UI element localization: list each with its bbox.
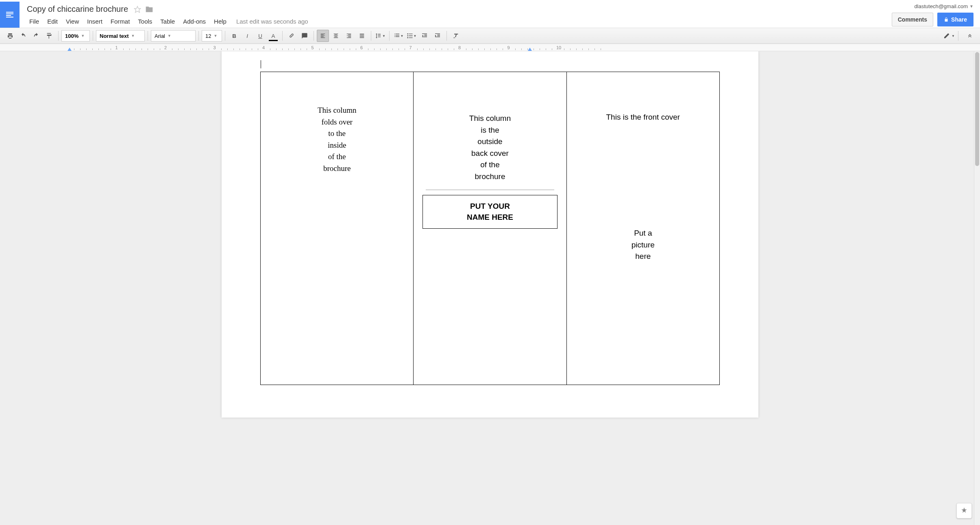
user-email-text: dlastutech@gmail.com <box>914 3 968 9</box>
ruler-number: 3 <box>213 45 216 50</box>
ruler-number: 7 <box>409 45 412 50</box>
page[interactable]: This column folds over to the inside of … <box>222 51 758 418</box>
star-icon[interactable] <box>134 6 141 13</box>
share-label: Share <box>951 16 967 23</box>
separator <box>446 31 447 41</box>
ruler-number: 6 <box>360 45 363 50</box>
styles-select[interactable]: Normal text▼ <box>96 30 145 42</box>
collapse-toolbar-button[interactable] <box>964 30 976 42</box>
separator <box>314 31 314 41</box>
decrease-indent-button[interactable] <box>418 30 431 42</box>
ruler-number: 9 <box>507 45 510 50</box>
name-box[interactable]: PUT YOUR NAME HERE <box>422 195 557 229</box>
col3-picture-placeholder[interactable]: Put a picture here <box>575 228 711 262</box>
undo-button[interactable] <box>17 30 29 42</box>
docs-home-icon[interactable] <box>0 2 20 28</box>
insert-comment-button[interactable] <box>298 30 311 42</box>
text-cursor <box>261 60 261 68</box>
separator <box>282 31 283 41</box>
document-canvas[interactable]: This column folds over to the inside of … <box>0 51 980 525</box>
menu-addons[interactable]: Add-ons <box>179 15 210 27</box>
svg-point-1 <box>407 33 408 35</box>
col1-text[interactable]: This column folds over to the inside of … <box>269 105 405 174</box>
menu-help[interactable]: Help <box>210 15 231 27</box>
print-button[interactable] <box>4 30 16 42</box>
last-edit-text[interactable]: Last edit was seconds ago <box>236 18 308 25</box>
clear-formatting-button[interactable] <box>450 30 462 42</box>
separator <box>58 31 59 41</box>
share-button[interactable]: Share <box>937 13 973 26</box>
brochure-col-3[interactable]: This is the front cover Put a picture he… <box>567 72 719 385</box>
ruler-number: 2 <box>164 45 167 50</box>
editing-mode-button[interactable]: ▼ <box>943 30 955 42</box>
divider <box>426 190 554 190</box>
bold-button[interactable]: B <box>228 30 240 42</box>
toolbar: 100%▼ Normal text▼ Arial▼ 12▼ B I U A ▼ … <box>0 28 980 44</box>
align-right-button[interactable] <box>343 30 355 42</box>
font-select[interactable]: Arial▼ <box>151 30 196 42</box>
col2-text[interactable]: This column is the outside back cover of… <box>422 113 558 182</box>
explore-button[interactable] <box>956 503 972 518</box>
ruler[interactable]: 12345678910 <box>0 44 980 51</box>
menu-view[interactable]: View <box>62 15 83 27</box>
menu-edit[interactable]: Edit <box>43 15 62 27</box>
folder-icon[interactable] <box>145 5 153 13</box>
col3-title[interactable]: This is the front cover <box>575 113 711 122</box>
separator <box>389 31 390 41</box>
separator <box>198 31 199 41</box>
user-account[interactable]: dlastutech@gmail.com ▼ <box>914 3 973 9</box>
svg-point-3 <box>407 37 408 38</box>
menu-insert[interactable]: Insert <box>83 15 107 27</box>
brochure-col-1[interactable]: This column folds over to the inside of … <box>261 72 414 385</box>
menu-tools[interactable]: Tools <box>134 15 156 27</box>
ruler-number: 4 <box>262 45 265 50</box>
ruler-number: 1 <box>115 45 118 50</box>
zoom-select[interactable]: 100%▼ <box>61 30 90 42</box>
numbered-list-button[interactable]: ▼ <box>392 30 405 42</box>
separator <box>371 31 371 41</box>
indent-marker-right[interactable] <box>528 48 532 51</box>
align-left-button[interactable] <box>317 30 329 42</box>
comments-button[interactable]: Comments <box>892 13 933 26</box>
redo-button[interactable] <box>30 30 42 42</box>
indent-marker-left[interactable] <box>68 48 72 51</box>
menu-format[interactable]: Format <box>107 15 134 27</box>
separator <box>225 31 225 41</box>
ruler-number: 8 <box>458 45 461 50</box>
ruler-number: 5 <box>311 45 314 50</box>
line-spacing-button[interactable]: ▼ <box>374 30 386 42</box>
insert-link-button[interactable] <box>285 30 298 42</box>
separator <box>93 31 93 41</box>
svg-marker-0 <box>135 6 141 12</box>
text-color-button[interactable]: A <box>267 30 279 42</box>
menu-file[interactable]: File <box>25 15 43 27</box>
brochure-col-2[interactable]: This column is the outside back cover of… <box>414 72 566 385</box>
separator <box>148 31 148 41</box>
lock-icon <box>944 17 949 22</box>
svg-point-2 <box>407 35 408 37</box>
menu-table[interactable]: Table <box>156 15 179 27</box>
brochure-table[interactable]: This column folds over to the inside of … <box>260 72 720 385</box>
ruler-number: 10 <box>556 45 561 50</box>
italic-button[interactable]: I <box>241 30 253 42</box>
fontsize-select[interactable]: 12▼ <box>202 30 222 42</box>
underline-button[interactable]: U <box>254 30 266 42</box>
align-center-button[interactable] <box>330 30 342 42</box>
increase-indent-button[interactable] <box>431 30 444 42</box>
scrollbar-thumb[interactable] <box>975 52 979 166</box>
vertical-scrollbar[interactable] <box>974 51 980 525</box>
caret-down-icon: ▼ <box>969 4 973 9</box>
document-title[interactable]: Copy of chiccarine brochure <box>25 4 130 15</box>
bulleted-list-button[interactable]: ▼ <box>405 30 418 42</box>
align-justify-button[interactable] <box>356 30 368 42</box>
separator <box>958 31 958 41</box>
paint-format-button[interactable] <box>43 30 55 42</box>
